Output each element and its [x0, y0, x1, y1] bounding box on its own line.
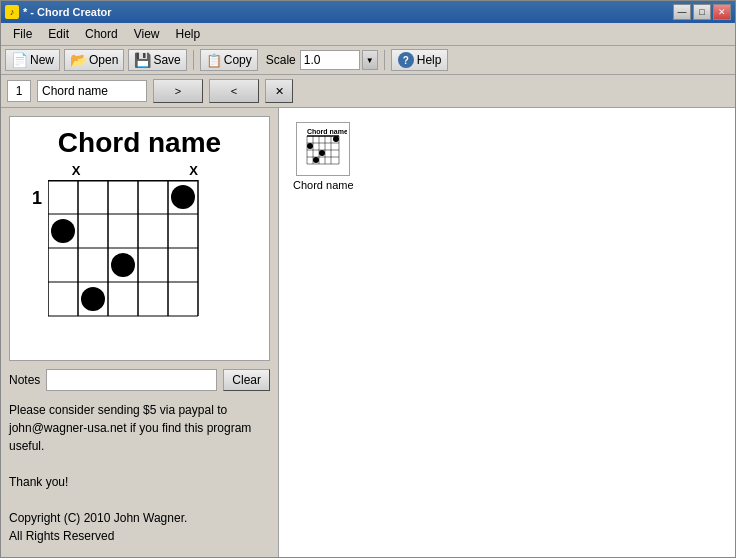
maximize-button[interactable]: □ — [693, 4, 711, 20]
title-bar: ♪ * - Chord Creator — □ ✕ — [1, 1, 735, 23]
chord-diagram: Chord name X X 1 — [9, 116, 270, 361]
window-title: * - Chord Creator — [23, 6, 112, 18]
marker-4: X — [189, 163, 198, 178]
dot-1 — [171, 185, 195, 209]
notes-row: Notes Clear — [9, 369, 270, 391]
separator-1 — [193, 50, 194, 70]
marker-0: X — [72, 163, 81, 178]
info-text: Please consider sending $5 via paypal to… — [9, 401, 270, 557]
copy-button[interactable]: 📋 Copy — [200, 49, 258, 71]
info-line1: Please consider sending $5 via paypal to — [9, 403, 227, 417]
scale-dropdown[interactable]: ▼ — [362, 50, 378, 70]
notes-input[interactable] — [46, 369, 217, 391]
notes-label: Notes — [9, 373, 40, 387]
prev-chord-button[interactable]: < — [209, 79, 259, 103]
svg-point-25 — [319, 150, 325, 156]
title-controls: — □ ✕ — [673, 4, 731, 20]
main-window: ♪ * - Chord Creator — □ ✕ File Edit Chor… — [0, 0, 736, 558]
menu-chord[interactable]: Chord — [77, 25, 126, 43]
right-panel: Chord name — [279, 108, 735, 557]
chord-nav: > < ✕ — [1, 75, 735, 108]
svg-text:Chord name: Chord name — [307, 128, 347, 135]
minimize-button[interactable]: — — [673, 4, 691, 20]
separator-2 — [384, 50, 385, 70]
next-chord-button[interactable]: > — [153, 79, 203, 103]
open-icon: 📂 — [70, 52, 87, 68]
fret-number: 1 — [20, 180, 48, 209]
scale-label: Scale — [266, 53, 296, 67]
svg-point-26 — [313, 157, 319, 163]
open-button[interactable]: 📂 Open — [64, 49, 124, 71]
dot-2 — [51, 219, 75, 243]
main-area: Chord name X X 1 — [1, 108, 735, 557]
menu-help[interactable]: Help — [168, 25, 209, 43]
clear-button[interactable]: Clear — [223, 369, 270, 391]
new-button[interactable]: 📄 New — [5, 49, 60, 71]
toolbar: 📄 New 📂 Open 💾 Save 📋 Copy Scale ▼ ? Hel… — [1, 46, 735, 75]
dot-3 — [111, 253, 135, 277]
copy-icon: 📋 — [206, 53, 222, 68]
diagram-body: 1 — [20, 180, 259, 350]
info-line8: All Rights Reserved — [9, 529, 114, 543]
save-button[interactable]: 💾 Save — [128, 49, 186, 71]
chord-diagram-title: Chord name — [20, 127, 259, 159]
info-line3: useful. — [9, 439, 44, 453]
title-bar-left: ♪ * - Chord Creator — [5, 5, 112, 19]
svg-point-23 — [333, 136, 339, 142]
scale-container: ▼ — [300, 50, 378, 70]
thumbnail-box: Chord name — [296, 122, 350, 176]
scale-input[interactable] — [300, 50, 360, 70]
help-button[interactable]: ? Help — [391, 49, 449, 71]
svg-point-24 — [307, 143, 313, 149]
chord-name-input[interactable] — [37, 80, 147, 102]
info-line5: Thank you! — [9, 475, 68, 489]
dot-4 — [81, 287, 105, 311]
close-button[interactable]: ✕ — [713, 4, 731, 20]
new-icon: 📄 — [11, 52, 28, 68]
left-panel: Chord name X X 1 — [1, 108, 279, 557]
chord-number-input[interactable] — [7, 80, 31, 102]
save-icon: 💾 — [134, 52, 151, 68]
grid-area — [48, 180, 228, 350]
thumbnail-svg: Chord name — [299, 125, 347, 173]
info-line7: Copyright (C) 2010 John Wagner. — [9, 511, 187, 525]
close-chord-button[interactable]: ✕ — [265, 79, 293, 103]
app-icon: ♪ — [5, 5, 19, 19]
menu-file[interactable]: File — [5, 25, 40, 43]
info-line2: john@wagner-usa.net if you find this pro… — [9, 421, 251, 435]
thumbnail-label: Chord name — [293, 179, 354, 191]
thumbnail-card[interactable]: Chord name — [289, 118, 358, 195]
help-icon: ? — [398, 52, 414, 68]
menu-edit[interactable]: Edit — [40, 25, 77, 43]
fret-diagram: X X 1 — [20, 163, 259, 350]
chord-grid-svg[interactable] — [48, 180, 228, 350]
menu-bar: File Edit Chord View Help — [1, 23, 735, 46]
menu-view[interactable]: View — [126, 25, 168, 43]
string-markers: X X — [20, 163, 259, 178]
